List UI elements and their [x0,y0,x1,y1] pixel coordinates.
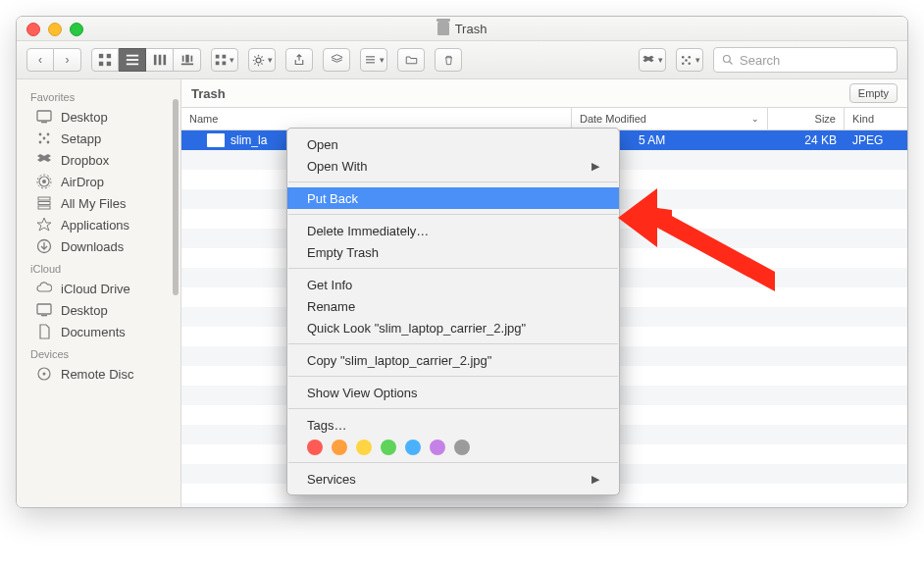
coverflow-view-button[interactable] [174,48,201,72]
sidebar-item-label: Setapp [61,131,101,146]
annotation-arrow [618,188,785,299]
svg-rect-20 [366,59,375,60]
sidebar-item-label: iCloud Drive [61,282,130,296]
empty-trash-button[interactable]: Empty [849,83,898,103]
view-mode-buttons [91,48,201,72]
svg-rect-2 [99,62,103,66]
ctx-open[interactable]: Open [287,133,619,155]
sidebar-scrollbar[interactable] [171,79,180,315]
sidebar-item-label: All My Files [61,196,126,211]
ctx-copy[interactable]: Copy "slim_laptop_carrier_2.jpg" [287,349,619,371]
svg-rect-44 [41,315,47,316]
svg-rect-5 [126,59,137,61]
desktop-icon [36,109,52,125]
search-icon [722,54,734,66]
arrange-button[interactable]: ▾ [211,48,238,72]
tag-icon [331,54,343,66]
sidebar-item-documents[interactable]: Documents [17,321,180,342]
ctx-separator [288,408,618,409]
lines-icon [364,54,377,66]
forward-button[interactable]: › [54,48,81,72]
close-window-button[interactable] [26,23,40,36]
tag-red[interactable] [307,440,323,455]
back-button[interactable]: ‹ [26,48,54,72]
col-name[interactable]: Name [181,108,572,130]
svg-point-25 [688,62,690,64]
sidebar-item-label: Desktop [61,303,108,318]
share-button[interactable] [285,48,313,72]
ctx-rename[interactable]: Rename [287,295,619,317]
sidebar-section-devices-header: Devices [17,342,180,363]
action-button[interactable]: ▾ [248,48,276,72]
folder-icon [405,54,418,66]
sidebar-item-allmyfiles[interactable]: All My Files [17,192,180,214]
ctx-tags[interactable]: Tags… [287,414,619,436]
downloads-icon [36,238,52,254]
sidebar-item-airdrop[interactable]: AirDrop [17,171,180,192]
col-kind[interactable]: Kind [845,108,907,130]
newfolder-button[interactable] [397,48,425,72]
col-size[interactable]: Size [768,108,845,130]
ctx-get-info[interactable]: Get Info [287,274,619,295]
sidebar-item-dropbox[interactable]: Dropbox [17,149,180,171]
svg-point-34 [47,141,50,144]
svg-rect-1 [107,54,111,58]
gear-icon [252,54,265,67]
file-size: 24 KB [804,133,837,147]
svg-rect-15 [223,55,227,59]
trash-icon [437,22,449,35]
svg-rect-8 [158,55,161,66]
sidebar-item-desktop-icloud[interactable]: Desktop [17,299,180,321]
zoom-window-button[interactable] [70,23,83,36]
sidebar-item-iclouddrive[interactable]: iCloud Drive [17,278,180,299]
tag-purple[interactable] [430,440,445,455]
ctx-quick-look[interactable]: Quick Look "slim_laptop_carrier_2.jpg" [287,317,619,338]
tag-green[interactable] [381,440,396,455]
sidebar-item-label: AirDrop [61,175,104,189]
ctx-put-back[interactable]: Put Back [287,187,619,209]
svg-rect-0 [99,54,103,58]
file-kind: JPEG [852,133,883,147]
ctx-separator [288,376,618,377]
svg-rect-6 [126,64,137,66]
dropbox-toolbar-button[interactable]: ▾ [639,48,666,72]
ctx-open-with[interactable]: Open With▶ [287,155,619,177]
svg-point-23 [688,56,690,58]
sidebar-item-desktop[interactable]: Desktop [17,106,180,128]
column-view-button[interactable] [146,48,174,72]
tag-blue[interactable] [405,440,421,455]
file-thumbnail-icon [207,133,225,147]
arrange-icon [215,54,227,66]
icon-view-button[interactable] [91,48,119,72]
delete-button[interactable] [435,48,462,72]
sidebar-item-remotedisc[interactable]: Remote Disc [17,363,180,385]
ctx-show-view-options[interactable]: Show View Options [287,382,619,403]
svg-rect-14 [216,55,220,59]
sidebar: Favorites Desktop Setapp Dropbox AirDrop… [17,79,181,508]
minimize-window-button[interactable] [48,23,62,36]
trash-icon [443,54,454,67]
svg-rect-41 [38,206,50,209]
search-input[interactable]: Search [713,47,898,73]
tag-gray[interactable] [454,440,470,455]
share-icon [293,54,305,66]
dropbox-icon [36,152,52,168]
list-view-button[interactable] [119,48,146,72]
ctx-empty-trash[interactable]: Empty Trash [287,241,619,263]
svg-point-26 [685,59,687,61]
extra-toolbar-button[interactable]: ▾ [676,48,703,72]
tag-orange[interactable] [332,440,347,455]
quicklook-button[interactable]: ▾ [360,48,387,72]
ctx-services[interactable]: Services▶ [287,468,619,490]
sidebar-item-applications[interactable]: Applications [17,214,180,235]
sidebar-section-icloud-header: iCloud [17,257,180,278]
tag-yellow[interactable] [356,440,372,455]
sidebar-item-setapp[interactable]: Setapp [17,128,180,149]
dropbox-icon [642,54,655,67]
svg-rect-12 [190,56,192,62]
sidebar-item-downloads[interactable]: Downloads [17,235,180,257]
ctx-delete-immediately[interactable]: Delete Immediately… [287,220,619,241]
tag-button[interactable] [323,48,350,72]
col-date[interactable]: Date Modified⌄ [572,108,768,130]
sidebar-item-label: Dropbox [61,153,109,168]
